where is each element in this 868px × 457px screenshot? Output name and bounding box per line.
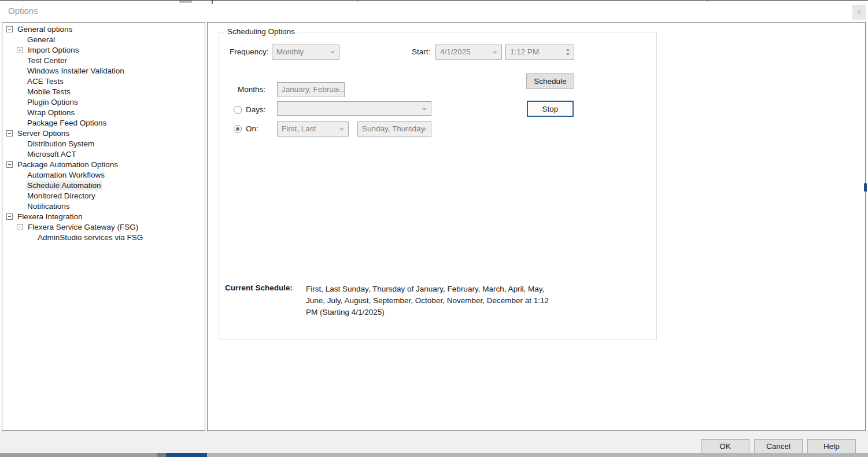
on-week-select[interactable]: First, Last	[277, 121, 349, 137]
groupbox-title: Scheduling Options	[224, 27, 298, 36]
background-window-fragment	[707, 1, 708, 2]
frequency-value: Monthly	[276, 47, 304, 56]
scheduling-panel: Scheduling Options Frequency: Monthly St…	[207, 22, 866, 431]
chevron-down-icon	[422, 128, 427, 131]
window-title: Options	[8, 6, 38, 16]
background-window-fragment	[357, 1, 358, 2]
options-tree-panel: General options General Import Options T…	[2, 22, 205, 431]
tree-item-adminstudio-services-via-fsg[interactable]: AdminStudio services via FSG	[2, 232, 205, 242]
taskbar-sliver	[0, 453, 868, 457]
spinner-arrows-icon[interactable]	[566, 49, 570, 56]
tree-item-package-feed-options[interactable]: Package Feed Options	[2, 117, 205, 128]
start-time-value: 1:12 PM	[510, 47, 539, 56]
chevron-down-icon	[339, 128, 344, 131]
taskbar-segment	[157, 453, 166, 457]
chevron-down-icon	[330, 51, 335, 54]
collapse-icon[interactable]	[6, 26, 13, 32]
tree-item-schedule-automation[interactable]: Schedule Automation	[2, 180, 205, 190]
tree-item-distribution-system[interactable]: Distribution System	[2, 138, 205, 149]
background-window-edge	[0, 0, 868, 1]
tree-item-server-options[interactable]: Server Options	[2, 128, 205, 138]
cancel-button[interactable]: Cancel	[754, 439, 803, 454]
on-label: On:	[246, 121, 258, 137]
days-radio[interactable]	[234, 106, 242, 114]
tree-item-mobile-tests[interactable]: Mobile Tests	[2, 86, 205, 97]
start-label: Start:	[412, 45, 430, 60]
chevron-down-icon	[422, 108, 427, 110]
current-schedule-label: Current Schedule:	[225, 283, 293, 292]
frequency-label: Frequency:	[230, 45, 269, 60]
dialog-button-bar: OK Cancel Help	[0, 431, 868, 453]
tree-item-monitored-directory[interactable]: Monitored Directory	[2, 190, 205, 201]
tree-item-automation-workflows[interactable]: Automation Workflows	[2, 169, 205, 180]
schedule-button[interactable]: Schedule	[526, 73, 574, 89]
tree-item-flexera-service-gateway[interactable]: Flexera Service Gateway (FSG)	[2, 222, 205, 232]
tree-item-general[interactable]: General	[2, 34, 205, 45]
tree-item-import-options[interactable]: Import Options	[2, 45, 205, 55]
close-icon[interactable]: x	[852, 5, 866, 20]
chevron-down-icon	[335, 89, 340, 91]
tree-item-notifications[interactable]: Notifications	[2, 201, 205, 211]
chevron-down-icon	[493, 51, 497, 54]
background-window-fragment	[212, 1, 213, 4]
start-date-value: 4/1/2025	[440, 47, 471, 56]
on-weekday-value: Sunday, Thursday	[362, 124, 424, 133]
months-select[interactable]: January, Februa...	[277, 82, 345, 97]
collapse-icon[interactable]	[6, 213, 13, 220]
days-select[interactable]	[277, 101, 431, 116]
tree-item-flexera-integration[interactable]: Flexera Integration	[2, 211, 205, 222]
ok-button[interactable]: OK	[701, 439, 749, 454]
collapse-icon[interactable]	[17, 224, 23, 230]
frequency-select[interactable]: Monthly	[272, 45, 339, 60]
background-window-fragment	[864, 183, 867, 191]
tree-item-wrap-options[interactable]: Wrap Options	[2, 107, 205, 117]
taskbar-active-app-segment	[166, 453, 207, 457]
tree-item-ace-tests[interactable]: ACE Tests	[2, 76, 205, 86]
current-schedule-text: First, Last Sunday, Thursday of January,…	[306, 283, 553, 318]
tree-item-test-center[interactable]: Test Center	[2, 55, 205, 65]
background-window-fragment	[179, 1, 192, 3]
stop-button[interactable]: Stop	[527, 101, 574, 117]
months-label: Months:	[238, 82, 265, 97]
on-week-value: First, Last	[282, 124, 316, 133]
on-radio[interactable]	[234, 125, 242, 133]
options-tree: General options General Import Options T…	[2, 24, 205, 242]
tree-item-windows-installer-validation[interactable]: Windows Installer Validation	[2, 65, 205, 76]
start-time-spinner[interactable]: 1:12 PM	[505, 45, 574, 60]
on-weekday-select[interactable]: Sunday, Thursday	[357, 121, 431, 137]
collapse-icon[interactable]	[6, 130, 13, 137]
tree-item-microsoft-act[interactable]: Microsoft ACT	[2, 149, 205, 159]
taskbar-segment	[0, 453, 157, 457]
tree-item-plugin-options[interactable]: Plugin Options	[2, 97, 205, 107]
start-date-select[interactable]: 4/1/2025	[435, 45, 502, 60]
tree-item-package-automation-options[interactable]: Package Automation Options	[2, 159, 205, 169]
collapse-icon[interactable]	[6, 161, 13, 168]
tree-item-general-options[interactable]: General options	[2, 24, 205, 34]
expand-icon[interactable]	[17, 47, 23, 53]
help-button[interactable]: Help	[807, 439, 856, 454]
days-label: Days:	[246, 102, 266, 117]
